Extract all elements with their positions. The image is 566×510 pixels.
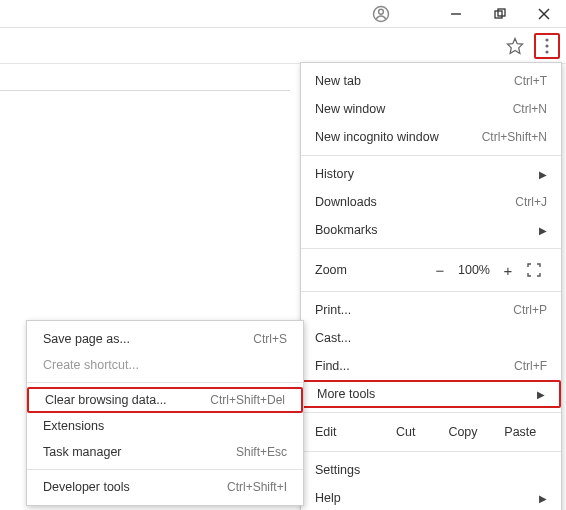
menu-item-edit: Edit Cut Copy Paste [301,417,561,447]
minimize-button[interactable] [434,0,478,28]
content-separator [0,90,290,91]
menu-item-help[interactable]: Help ▶ [301,484,561,510]
more-tools-submenu: Save page as... Ctrl+S Create shortcut..… [26,320,304,506]
submenu-item-save-page[interactable]: Save page as... Ctrl+S [27,326,303,352]
window-titlebar [0,0,566,28]
zoom-in-button[interactable]: + [495,262,521,279]
menu-separator [301,248,561,249]
close-button[interactable] [522,0,566,28]
fullscreen-icon[interactable] [521,263,547,277]
menu-separator [301,451,561,452]
menu-label: New tab [315,74,514,88]
svg-point-1 [379,9,384,14]
menu-separator [27,382,303,383]
zoom-out-button[interactable]: − [427,262,453,279]
chevron-right-icon: ▶ [539,225,547,236]
menu-item-history[interactable]: History ▶ [301,160,561,188]
menu-item-new-incognito[interactable]: New incognito window Ctrl+Shift+N [301,123,561,151]
maximize-button[interactable] [478,0,522,28]
menu-item-settings[interactable]: Settings [301,456,561,484]
menu-item-new-window[interactable]: New window Ctrl+N [301,95,561,123]
menu-separator [301,412,561,413]
menu-item-bookmarks[interactable]: Bookmarks ▶ [301,216,561,244]
svg-point-9 [545,44,548,47]
menu-item-zoom: Zoom − 100% + [301,253,561,287]
browser-toolbar [0,28,566,64]
chevron-right-icon: ▶ [537,389,545,400]
menu-separator [301,155,561,156]
submenu-item-extensions[interactable]: Extensions [27,413,303,439]
menu-shortcut: Ctrl+T [514,74,547,88]
submenu-item-clear-browsing-data[interactable]: Clear browsing data... Ctrl+Shift+Del [27,387,303,413]
svg-point-8 [545,38,548,41]
menu-item-downloads[interactable]: Downloads Ctrl+J [301,188,561,216]
chevron-right-icon: ▶ [539,493,547,504]
submenu-item-developer-tools[interactable]: Developer tools Ctrl+Shift+I [27,474,303,500]
edit-paste[interactable]: Paste [494,425,547,439]
main-menu: New tab Ctrl+T New window Ctrl+N New inc… [300,62,562,510]
submenu-item-create-shortcut[interactable]: Create shortcut... [27,352,303,378]
svg-marker-7 [508,38,523,53]
edit-cut[interactable]: Cut [379,425,432,439]
menu-separator [27,469,303,470]
zoom-level: 100% [453,263,495,277]
menu-item-new-tab[interactable]: New tab Ctrl+T [301,67,561,95]
chevron-right-icon: ▶ [539,169,547,180]
menu-item-print[interactable]: Print... Ctrl+P [301,296,561,324]
menu-separator [301,291,561,292]
menu-item-find[interactable]: Find... Ctrl+F [301,352,561,380]
menu-item-more-tools[interactable]: More tools ▶ [301,380,561,408]
bookmark-star-icon[interactable] [500,31,530,61]
menu-button[interactable] [534,33,560,59]
menu-item-cast[interactable]: Cast... [301,324,561,352]
submenu-item-task-manager[interactable]: Task manager Shift+Esc [27,439,303,465]
edit-copy[interactable]: Copy [436,425,489,439]
profile-icon[interactable] [368,1,394,27]
svg-point-10 [545,50,548,53]
